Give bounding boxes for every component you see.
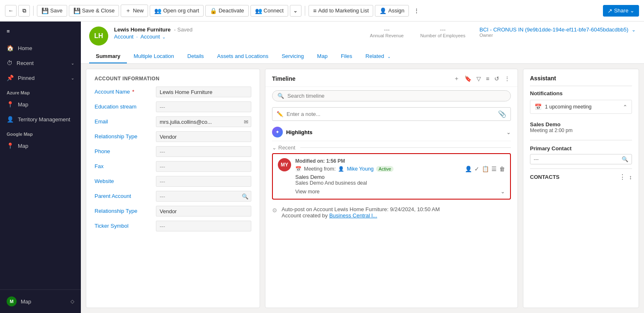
event-title: Sales Demo [295,174,505,180]
field-value-parent[interactable]: --- 🔍 [156,191,251,202]
sidebar-item-pinned[interactable]: 📌 Pinned ⌄ [0,70,81,85]
timeline-filter-icon[interactable]: ▽ [476,75,482,83]
sidebar-item-google-map[interactable]: 📍 Map [0,138,81,153]
upcoming-meeting-detail: Sales Demo Meeting at 2:00 pm [530,117,632,136]
note-input[interactable] [287,111,498,117]
list-icon[interactable]: ☰ [491,166,497,172]
field-label-rel-type: Relationship Type [95,131,153,140]
highlights-label: Highlights [286,129,313,135]
marketing-list-button[interactable]: ≡ Add to Marketing List [309,5,373,17]
connect-button[interactable]: 👥 Connect [250,5,288,17]
owner-chevron-icon[interactable]: ⌄ [632,27,636,33]
field-value-rel-type-2[interactable]: Vendor [156,206,251,217]
contacts-more-icon[interactable]: ⋮ [619,173,626,181]
annual-revenue-block: --- Annual Revenue [370,26,403,38]
connect-chevron-button[interactable]: ⌄ [290,5,301,17]
attach-icon[interactable]: 📎 [498,110,506,118]
org-chart-button[interactable]: 👥 Open org chart [150,5,204,17]
field-value-fax[interactable]: --- [156,161,251,172]
content-area: LH Lewis Home Furniture - Saved Account … [81,22,644,313]
contacts-header: CONTACTS ⋮ ↕ [530,173,632,181]
primary-contact-search-icon: 🔍 [622,156,628,162]
hamburger-menu[interactable]: ≡ [0,22,81,41]
email-icon: ✉ [244,119,248,125]
event-header: MY Modified on: 1:56 PM 📅 Meeting from: … [278,158,505,195]
field-row-website: Website --- [95,176,251,187]
field-value-account-name[interactable]: Lewis Home Furniture [156,87,251,97]
timeline-add-icon[interactable]: ＋ [453,74,460,83]
assign-button[interactable]: 👤 Assign [375,5,409,17]
timeline-search[interactable]: 🔍 [272,90,511,101]
meeting-chevron-icon[interactable]: ⌃ [623,104,627,110]
timeline-bookmark-icon[interactable]: 🔖 [464,75,472,83]
timeline-search-input[interactable] [287,93,505,99]
event-desc: Sales Demo And business deal [295,180,505,186]
map-pin-icon: 📍 [7,101,14,108]
save-button[interactable]: 💾 Save [37,5,67,17]
sidebar-item-azure-map[interactable]: 📍 Map [0,97,81,112]
sidebar-bottom-map[interactable]: M Map ◇ [0,293,81,310]
field-value-website[interactable]: --- [156,176,251,187]
field-row-rel-type-2: Relationship Type Vendor [95,206,251,217]
field-row-email: Email mrs.julia.collins@co... ✉ [95,116,251,127]
field-value-education[interactable]: --- [156,101,251,112]
back-button[interactable]: ← [5,5,17,17]
field-value-rel-type[interactable]: Vendor [156,131,251,142]
primary-contact-title: Primary Contact [530,145,632,152]
sidebar-item-recent[interactable]: ⏱ Recent ⌄ [0,55,81,70]
deactivate-icon: 🔒 [210,7,217,14]
field-value-ticker[interactable]: --- [156,221,251,231]
breadcrumb-link-2[interactable]: Account [141,34,160,40]
meeting-person-link[interactable]: Mike Young [347,166,374,172]
timeline-refresh-icon[interactable]: ↺ [493,75,500,83]
annual-revenue-label: Annual Revenue [370,33,403,38]
toolbar-sep-2 [305,6,305,16]
record-tabs: Summary Multiple Location Details Assets… [89,50,636,63]
field-row-account-name: Account Name * Lewis Home Furniture [95,87,251,97]
breadcrumb-link-1[interactable]: Account [114,34,134,40]
share-button[interactable]: ↗ Share ⌄ [603,5,639,17]
more-button[interactable]: ⋮ [411,5,422,17]
meeting-notification[interactable]: 📅 1 upcoming meeting ⌃ [530,100,632,114]
highlights-row[interactable]: ✦ Highlights ⌄ [272,123,511,141]
tab-assets-locations[interactable]: Assets and Locations [211,50,275,63]
timeline-more-icon[interactable]: ⋮ [503,75,511,83]
tab-multiple-location[interactable]: Multiple Location [127,50,181,63]
timeline-title: Timeline [272,75,296,82]
tab-servicing[interactable]: Servicing [275,50,310,63]
sidebar-item-territory[interactable]: 👤 Territory Management [0,112,81,127]
share-icon: ↗ [608,7,612,14]
primary-contact-input[interactable] [534,156,619,162]
new-icon: ＋ [125,7,131,14]
recent-icon: ⏱ [7,60,12,66]
tab-map[interactable]: Map [311,50,334,63]
tab-summary[interactable]: Summary [89,50,127,63]
contacts-sort-icon[interactable]: ↕ [629,174,632,181]
window-button[interactable]: ⧉ [18,5,30,17]
autopost-link[interactable]: Business Central l... [329,212,377,219]
assign-person-icon[interactable]: 👤 [465,166,472,172]
field-value-phone[interactable]: --- [156,146,251,157]
tab-files[interactable]: Files [334,50,359,63]
timeline-list-icon[interactable]: ≡ [485,75,490,83]
field-value-email[interactable]: mrs.julia.collins@co... ✉ [156,116,251,127]
delete-icon[interactable]: 🗑 [499,166,505,172]
contacts-title: CONTACTS [530,174,559,180]
view-more-row[interactable]: View more ⌄ [295,188,505,195]
meeting-time: Meeting at 2:00 pm [530,128,632,133]
search-icon[interactable]: 🔍 [242,193,248,200]
deactivate-button[interactable]: 🔒 Deactivate [205,5,248,17]
tab-related[interactable]: Related ⌄ [359,50,397,63]
owner-link[interactable]: BCI - CRONUS IN (9e9b1dde-194e-ef11-bfe7… [479,26,628,33]
meeting-left: 📅 1 upcoming meeting [535,104,592,110]
save-close-button[interactable]: 💾 Save & Close [69,5,119,17]
new-button[interactable]: ＋ New [121,5,148,17]
check-icon[interactable]: ✓ [474,166,479,172]
copy-icon[interactable]: 📋 [482,166,489,172]
tab-details[interactable]: Details [181,50,211,63]
autopost-icon: ⚙ [272,206,277,214]
sidebar-item-home[interactable]: 🏠 Home [0,41,81,55]
primary-contact-search[interactable]: 🔍 [530,154,632,164]
record-owner-block: BCI - CRONUS IN (9e9b1dde-194e-ef11-bfe7… [479,26,636,38]
record-name: Lewis Home Furniture [114,26,171,33]
